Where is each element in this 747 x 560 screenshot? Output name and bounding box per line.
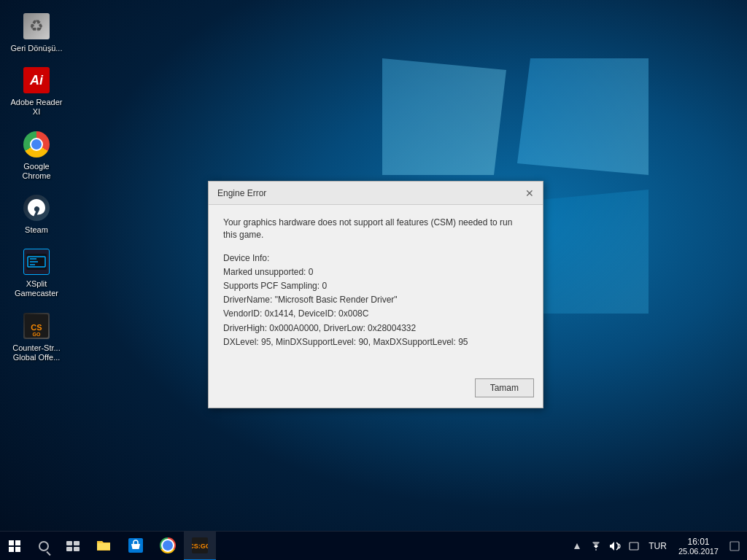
system-tray: TUR 16:01 25.06.2017 (565, 532, 747, 561)
tray-volume[interactable] (606, 532, 624, 561)
ok-button[interactable]: Tamam (475, 378, 534, 397)
chevron-up-icon (574, 542, 580, 550)
svg-rect-11 (74, 547, 80, 551)
tray-language[interactable]: TUR (644, 532, 671, 561)
start-button[interactable] (0, 532, 29, 561)
recycle-bin-graphic: ♻ (23, 13, 50, 39)
google-chrome-label: Google Chrome (10, 162, 63, 181)
tray-message[interactable] (625, 532, 643, 561)
detail-line-0: Marked unsupported: 0 (223, 267, 313, 277)
adobe-reader-label: Adobe Reader XI (10, 98, 63, 117)
tray-chevron[interactable] (568, 532, 586, 561)
language-label: TUR (649, 541, 667, 551)
task-view-icon (66, 541, 80, 551)
dialog-close-button[interactable]: ✕ (522, 186, 537, 201)
svg-rect-9 (74, 541, 80, 545)
volume-icon (609, 541, 621, 551)
svg-text:GO: GO (33, 332, 41, 337)
xsplit-gamecaster-label: XSplit Gamecaster (10, 279, 63, 298)
taskbar-csgo[interactable]: CS:GO (184, 532, 216, 561)
device-info-label: Device Info: (223, 253, 269, 263)
recycle-bin-icon[interactable]: ♻ Geri Dönüşü... (7, 7, 66, 58)
adobe-reader-icon[interactable]: Ai Adobe Reader XI (7, 61, 66, 121)
svg-rect-8 (66, 541, 72, 545)
dialog-content: Your graphics hardware does not support … (209, 205, 543, 373)
steam-icon[interactable]: Steam (7, 189, 66, 239)
svg-rect-10 (66, 547, 72, 551)
svg-rect-17 (730, 542, 739, 551)
csgo-taskbar-icon: CS:GO (192, 537, 208, 553)
svg-rect-16 (630, 542, 638, 550)
recycle-bin-label: Geri Dönüşü... (11, 44, 63, 53)
search-icon (39, 541, 49, 551)
taskbar-store[interactable] (120, 532, 152, 561)
dialog-footer: Tamam (209, 373, 543, 408)
desktop-icons-container: ♻ Geri Dönüşü... Ai Adobe Reader XI Goog… (7, 7, 66, 367)
taskbar-chrome[interactable] (152, 532, 184, 561)
notifications-icon (729, 541, 740, 551)
chrome-taskbar-icon (160, 537, 176, 553)
xsplit-gamecaster-icon[interactable]: XSplit Gamecaster (7, 243, 66, 303)
svg-text:CS: CS (31, 323, 42, 332)
adobe-reader-graphic: Ai (23, 67, 50, 93)
detail-line-5: DXLevel: 95, MinDXSupportLevel: 90, MaxD… (223, 337, 468, 347)
tray-notifications[interactable] (726, 532, 743, 561)
store-icon (128, 538, 143, 553)
windows-start-icon (9, 540, 20, 552)
tray-network[interactable] (587, 532, 605, 561)
chrome-graphic (23, 131, 50, 158)
xsplit-graphic (23, 249, 50, 275)
steam-graphic (23, 195, 50, 221)
taskbar-pinned-apps: CS:GO (88, 532, 216, 561)
dialog-titlebar: Engine Error ✕ (209, 182, 543, 205)
csgo-label: Counter-Str... Global Offe... (10, 343, 63, 362)
taskbar-search-button[interactable] (29, 532, 58, 561)
detail-line-1: Supports PCF Sampling: 0 (223, 281, 327, 291)
clock-date: 25.06.2017 (678, 547, 719, 556)
svg-text:CS:GO: CS:GO (192, 542, 208, 550)
csgo-icon[interactable]: CS GO Counter-Str... Global Offe... (7, 307, 66, 367)
detail-line-2: DriverName: "Microsoft Basic Render Driv… (223, 295, 398, 305)
csgo-graphic: CS GO (23, 313, 50, 339)
detail-line-4: DriverHigh: 0x000A0000, DriverLow: 0x280… (223, 323, 416, 333)
task-view-button[interactable] (58, 532, 88, 561)
google-chrome-icon[interactable]: Google Chrome (7, 125, 66, 185)
notification-icon (629, 542, 639, 551)
detail-line-3: VendorID: 0x1414, DeviceID: 0x008C (223, 308, 368, 319)
steam-label: Steam (25, 225, 48, 235)
tray-clock[interactable]: 16:01 25.06.2017 (673, 532, 724, 561)
dialog-message: Your graphics hardware does not support … (223, 217, 528, 241)
svg-marker-15 (574, 543, 580, 549)
network-icon (590, 542, 602, 551)
taskbar-file-explorer[interactable] (88, 532, 120, 561)
file-explorer-icon (96, 539, 111, 551)
desktop: ♻ Geri Dönüşü... Ai Adobe Reader XI Goog… (0, 0, 747, 560)
clock-time: 16:01 (687, 537, 709, 547)
engine-error-dialog: Engine Error ✕ Your graphics hardware do… (208, 181, 543, 408)
taskbar: CS:GO (0, 531, 747, 560)
dialog-title: Engine Error (217, 188, 266, 198)
dialog-details: Device Info: Marked unsupported: 0 Suppo… (223, 252, 528, 349)
